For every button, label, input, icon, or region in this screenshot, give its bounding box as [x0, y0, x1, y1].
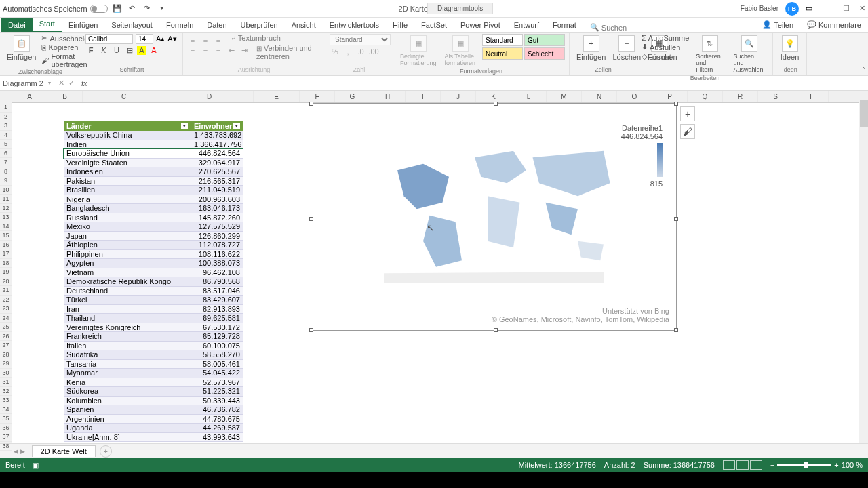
- sort-filter-button[interactable]: ⇅Sortieren und Filtern: [693, 34, 726, 75]
- row-header[interactable]: 16: [0, 241, 12, 250]
- merge-button[interactable]: ⊞ Verbinden und zentrieren: [256, 44, 321, 60]
- border-icon[interactable]: ⊞: [124, 46, 135, 55]
- row-header[interactable]: 5: [0, 140, 12, 149]
- tab-seitenlayout[interactable]: Seitenlayout: [104, 18, 159, 32]
- row-header[interactable]: 14: [0, 222, 12, 232]
- close-icon[interactable]: ✕: [859, 4, 865, 13]
- row-header[interactable]: 18: [0, 259, 12, 268]
- search-icon[interactable]: 🔍: [590, 23, 599, 32]
- row-header[interactable]: 37: [0, 432, 12, 442]
- worksheet-grid[interactable]: ABCDEFGHIJKLMNOPQRST 1234567891011121314…: [0, 91, 868, 443]
- row-header[interactable]: 15: [0, 231, 12, 241]
- user-avatar[interactable]: FB: [785, 2, 799, 16]
- col-header[interactable]: H: [370, 91, 406, 102]
- table-row[interactable]: Spanien46.736.782: [64, 405, 243, 415]
- row-header[interactable]: 17: [0, 249, 12, 259]
- table-row[interactable]: Demokratische Republik Kongo86.790.568: [64, 277, 243, 287]
- row-header[interactable]: 28: [0, 350, 12, 360]
- row-header[interactable]: 21: [0, 286, 12, 296]
- underline-icon[interactable]: U: [111, 46, 122, 55]
- table-header-population[interactable]: Einwohner▾: [191, 121, 243, 131]
- row-header[interactable]: 4: [0, 131, 12, 140]
- wrap-text-button[interactable]: ⤶ Textumbruch: [231, 34, 281, 44]
- tab-daten[interactable]: Daten: [200, 18, 233, 32]
- row-header[interactable]: 8: [0, 167, 12, 177]
- bold-icon[interactable]: F: [85, 46, 96, 55]
- col-header[interactable]: F: [300, 91, 335, 102]
- table-row[interactable]: Vereinigtes Königreich67.530.172: [64, 323, 243, 333]
- zoom-control[interactable]: −+ 100 %: [770, 461, 863, 469]
- row-header[interactable]: 25: [0, 323, 12, 332]
- filter-icon[interactable]: ▾: [181, 123, 188, 129]
- tab-entwicklertools[interactable]: Entwicklertools: [323, 18, 386, 32]
- chart-elements-button[interactable]: +: [680, 106, 695, 121]
- row-header[interactable]: 1: [0, 103, 12, 113]
- undo-icon[interactable]: ↶: [127, 3, 138, 14]
- table-row[interactable]: Vereinigte Staaten329.064.917: [64, 159, 243, 168]
- row-header[interactable]: 23: [0, 304, 12, 314]
- table-row[interactable]: Thailand69.625.581: [64, 314, 243, 323]
- clear-button[interactable]: ◇Löschen: [642, 52, 689, 61]
- table-row[interactable]: Italien60.100.075: [64, 342, 243, 351]
- sheet-nav-icon[interactable]: ◀ ▶: [14, 448, 25, 455]
- find-select-button[interactable]: 🔍Suchen und Auswählen: [731, 34, 768, 75]
- ribbon-options-icon[interactable]: ▭: [806, 4, 812, 13]
- table-row[interactable]: Kenia52.573.967: [64, 378, 243, 388]
- style-neutral[interactable]: Neutral: [482, 47, 523, 60]
- col-header[interactable]: I: [406, 91, 441, 102]
- table-row[interactable]: Ukraine[Anm. 8]43.993.643: [64, 433, 243, 443]
- col-header[interactable]: Q: [688, 91, 723, 102]
- collapse-ribbon-icon[interactable]: ˄: [862, 66, 865, 74]
- tab-file[interactable]: Datei: [1, 18, 33, 32]
- view-buttons[interactable]: [723, 460, 762, 470]
- table-row[interactable]: Iran82.913.893: [64, 305, 243, 314]
- table-row[interactable]: Vietnam96.462.108: [64, 268, 243, 278]
- table-row[interactable]: Volksrepublik China1.433.783.692: [64, 131, 243, 140]
- qat-dropdown-icon[interactable]: ▼: [157, 3, 167, 14]
- tab-überprüfen[interactable]: Überprüfen: [234, 18, 285, 32]
- vertical-scrollbar[interactable]: [859, 91, 868, 443]
- table-row[interactable]: Mexiko127.575.529: [64, 222, 243, 232]
- minimize-icon[interactable]: —: [826, 4, 833, 13]
- row-header[interactable]: 10: [0, 186, 12, 195]
- col-header[interactable]: A: [12, 91, 47, 102]
- col-header[interactable]: M: [547, 91, 582, 102]
- col-header[interactable]: E: [254, 91, 300, 102]
- redo-icon[interactable]: ↷: [142, 3, 153, 14]
- style-standard[interactable]: Standard: [482, 34, 523, 46]
- row-header[interactable]: 29: [0, 359, 12, 369]
- cancel-formula-icon[interactable]: ✕: [58, 79, 64, 87]
- row-header[interactable]: 22: [0, 296, 12, 305]
- table-row[interactable]: Japan126.860.299: [64, 232, 243, 241]
- table-header-country[interactable]: Länder▾: [64, 121, 191, 131]
- number-format-select[interactable]: Standard: [330, 34, 391, 45]
- autosave-toggle[interactable]: Automatisches Speichern: [3, 5, 108, 13]
- font-size-input[interactable]: [136, 34, 153, 44]
- table-row[interactable]: Südkorea51.225.321: [64, 387, 243, 396]
- row-header[interactable]: 9: [0, 176, 12, 186]
- italic-icon[interactable]: K: [98, 46, 109, 55]
- style-schlecht[interactable]: Schlecht: [524, 47, 565, 60]
- table-row[interactable]: Pakistan216.565.317: [64, 177, 243, 186]
- filter-icon[interactable]: ▾: [233, 123, 240, 129]
- col-header[interactable]: R: [723, 91, 758, 102]
- enter-formula-icon[interactable]: ✓: [68, 79, 75, 87]
- fill-color-icon[interactable]: A: [137, 46, 146, 55]
- tab-hilfe[interactable]: Hilfe: [386, 18, 414, 32]
- row-header[interactable]: 33: [0, 396, 12, 405]
- tab-format[interactable]: Format: [546, 18, 583, 32]
- column-headers[interactable]: ABCDEFGHIJKLMNOPQRST: [12, 91, 868, 103]
- row-header[interactable]: 27: [0, 341, 12, 350]
- tab-formeln[interactable]: Formeln: [159, 18, 200, 32]
- fx-icon[interactable]: fx: [81, 79, 87, 87]
- row-header[interactable]: 19: [0, 268, 12, 277]
- col-header[interactable]: N: [582, 91, 617, 102]
- table-row[interactable]: Kolumbien50.339.443: [64, 396, 243, 406]
- insert-cells-button[interactable]: +Einfügen: [574, 34, 608, 62]
- table-row[interactable]: Brasilien211.049.519: [64, 186, 243, 195]
- row-header[interactable]: 11: [0, 195, 12, 204]
- col-header[interactable]: J: [441, 91, 476, 102]
- sheet-tab[interactable]: 2D Karte Welt: [32, 445, 96, 457]
- table-row[interactable]: Bangladesch163.046.173: [64, 204, 243, 214]
- col-header[interactable]: P: [652, 91, 688, 102]
